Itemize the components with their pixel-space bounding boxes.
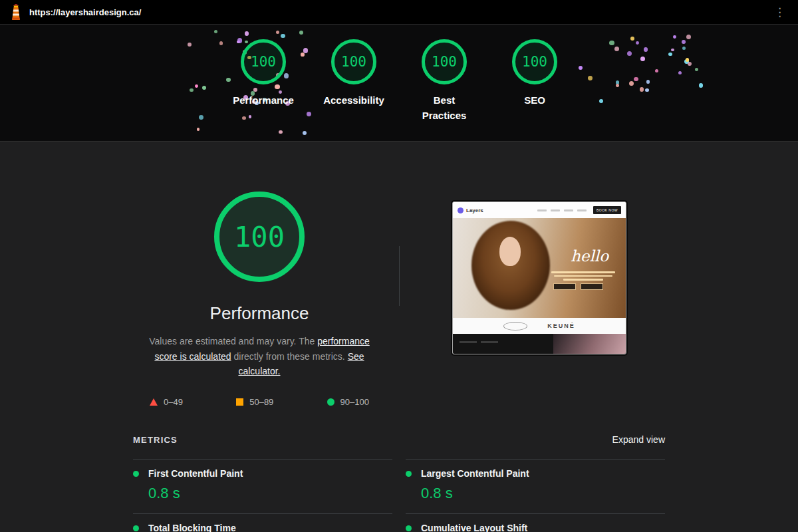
metric-value: 0.8 s	[421, 485, 665, 502]
thumb-brand-text: KEUNÉ	[547, 323, 575, 329]
metrics-grid: First Contentful Paint 0.8 s Largest Con…	[133, 459, 665, 532]
gauge-performance[interactable]: 100 Performance	[231, 39, 295, 123]
metric-name: Largest Contentful Paint	[421, 468, 529, 479]
metric-pass-dot-icon	[133, 471, 139, 477]
gauge-accessibility[interactable]: 100 Accessibility	[322, 39, 386, 123]
thumb-hello-text: hello	[571, 247, 608, 265]
gauge-best-practices[interactable]: 100 Best Practices	[412, 39, 476, 123]
score-legend: 0–49 50–89 90–100	[150, 397, 369, 407]
pass-circle-icon	[327, 398, 334, 406]
thumb-footer-section	[453, 334, 626, 354]
thumb-hero-buttons	[553, 283, 603, 290]
legend-fail: 0–49	[150, 397, 183, 407]
browser-topbar: https://layershairdesign.ca/ ⋮	[0, 0, 798, 25]
performance-description: Values are estimated and may vary. The p…	[145, 334, 374, 379]
average-square-icon	[236, 398, 243, 406]
thumb-footer-text-bars	[460, 341, 498, 343]
gauge-score: 100	[522, 54, 547, 70]
page-screenshot-thumbnail[interactable]: Layers BOOK NOW hello KEUNÉ	[452, 201, 626, 354]
thumb-brand-logo-icon	[503, 322, 527, 331]
gauge-seo[interactable]: 100 SEO	[503, 39, 567, 123]
gauge-ring: 100	[241, 39, 286, 84]
thumb-footer-photo	[553, 334, 626, 354]
thumb-model-face	[499, 237, 521, 266]
description-text: directly from these metrics.	[231, 351, 348, 362]
gauge-score: 100	[341, 54, 366, 70]
url-text[interactable]: https://layershairdesign.ca/	[29, 7, 141, 17]
performance-main-score: 100	[234, 221, 285, 253]
metric-largest-contentful-paint: Largest Contentful Paint 0.8 s	[406, 459, 665, 513]
thumb-hero-image: hello	[453, 218, 626, 318]
scores-summary-band: 100 Performance 100 Accessibility 100 Be…	[0, 25, 798, 142]
metric-pass-dot-icon	[133, 525, 139, 531]
gauge-ring: 100	[512, 39, 557, 84]
metric-name: First Contentful Paint	[148, 468, 243, 479]
gauge-label: SEO	[524, 93, 545, 108]
metric-pass-dot-icon	[406, 471, 412, 477]
section-title: Performance	[210, 303, 309, 324]
gauge-label: Accessibility	[323, 93, 384, 108]
gauge-ring: 100	[422, 39, 467, 84]
thumb-brand-strip: KEUNÉ	[453, 318, 626, 334]
thumb-book-now-button: BOOK NOW	[593, 206, 621, 214]
thumb-site-logo-text: Layers	[466, 207, 483, 213]
overflow-menu-icon[interactable]: ⋮	[771, 5, 789, 19]
thumb-caption-lines	[550, 271, 616, 281]
gauge-score: 100	[432, 54, 457, 70]
scores-summary-row: 100 Performance 100 Accessibility 100 Be…	[0, 39, 798, 123]
thumb-site-logo-icon	[458, 207, 464, 213]
gauge-label: Best Practices	[414, 93, 475, 123]
expand-view-button[interactable]: Expand view	[612, 434, 665, 445]
lighthouse-logo-icon	[9, 4, 23, 20]
legend-average: 50–89	[236, 397, 273, 407]
gauge-score: 100	[251, 54, 276, 70]
legend-range: 0–49	[164, 397, 183, 407]
metric-value: 0.8 s	[148, 485, 392, 502]
fail-triangle-icon	[150, 398, 158, 406]
performance-section: 100 Performance Values are estimated and…	[133, 192, 386, 407]
metrics-section: METRICS Expand view First Contentful Pai…	[133, 432, 665, 532]
metric-first-contentful-paint: First Contentful Paint 0.8 s	[133, 459, 392, 513]
performance-main-gauge[interactable]: 100	[214, 192, 305, 282]
metric-total-blocking-time: Total Blocking Time	[133, 513, 392, 532]
metric-pass-dot-icon	[406, 525, 412, 531]
thumb-site-header: Layers BOOK NOW	[453, 202, 626, 218]
metrics-title: METRICS	[133, 435, 178, 445]
gauge-label: Performance	[233, 93, 294, 108]
legend-range: 90–100	[340, 397, 369, 407]
column-divider	[399, 246, 400, 306]
metric-name: Cumulative Layout Shift	[421, 523, 527, 532]
legend-range: 50–89	[249, 397, 273, 407]
metric-name: Total Blocking Time	[148, 523, 236, 532]
description-text: Values are estimated and may vary. The	[149, 336, 317, 346]
thumb-site-nav	[537, 209, 587, 211]
legend-pass: 90–100	[327, 397, 369, 407]
metric-cumulative-layout-shift: Cumulative Layout Shift	[406, 513, 665, 532]
metrics-header: METRICS Expand view	[133, 432, 665, 447]
gauge-ring: 100	[331, 39, 376, 84]
